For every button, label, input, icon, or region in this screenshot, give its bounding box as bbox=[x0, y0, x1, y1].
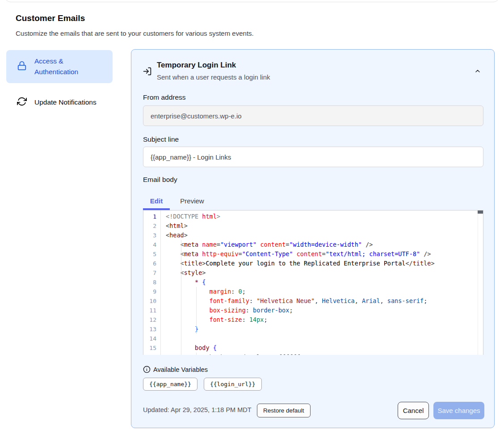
line-number: 15 bbox=[143, 343, 156, 353]
code-line: <!DOCTYPE html> bbox=[166, 212, 483, 221]
line-number: 10 bbox=[143, 296, 156, 306]
email-template-panel: Temporary Login Link Sent when a user re… bbox=[131, 49, 495, 428]
from-address-input[interactable] bbox=[143, 105, 483, 126]
sidebar-item-label: Access & Authentication bbox=[34, 56, 106, 77]
line-number: 1 bbox=[143, 212, 156, 221]
updated-timestamp: Updated: Apr 29, 2025, 1:18 PM MDT bbox=[143, 406, 252, 413]
sidebar-item-label: Update Notifications bbox=[34, 98, 97, 106]
code-line: background-color: #ffffff; bbox=[166, 353, 483, 355]
code-line: body { bbox=[166, 343, 483, 353]
sidebar-item-access-authentication[interactable]: Access & Authentication bbox=[6, 50, 113, 83]
editor-scrollbar[interactable] bbox=[478, 211, 483, 355]
line-number: 6 bbox=[143, 259, 156, 268]
line-number: 5 bbox=[143, 249, 156, 259]
line-number: 9 bbox=[143, 287, 156, 296]
from-address-label: From address bbox=[143, 93, 186, 101]
sidebar-item-update-notifications[interactable]: Update Notifications bbox=[6, 92, 113, 113]
variable-chip-login-url[interactable]: {{login_url}} bbox=[204, 378, 262, 391]
indent-guide bbox=[196, 287, 197, 334]
info-icon bbox=[143, 366, 151, 375]
code-lines: <!DOCTYPE html><html><head> <meta name="… bbox=[166, 212, 483, 355]
clipped-top-card bbox=[4, 0, 500, 2]
code-line: <meta http-equiv="Content-Type" content=… bbox=[166, 249, 483, 259]
code-line: <meta name="viewport" content="width=dev… bbox=[166, 240, 483, 249]
code-line: font-family: "Helvetica Neue", Helvetica… bbox=[166, 296, 483, 306]
page-title: Customer Emails bbox=[16, 13, 85, 23]
restore-default-button[interactable]: Restore default bbox=[257, 404, 311, 417]
code-line: <title>Complete your login to the Replic… bbox=[166, 259, 483, 268]
code-line: * { bbox=[166, 278, 483, 287]
line-number: 13 bbox=[143, 324, 156, 334]
chevron-up-icon bbox=[474, 67, 481, 76]
code-line bbox=[166, 334, 483, 343]
indent-guide bbox=[160, 211, 161, 355]
code-line: box-sizing: border-box; bbox=[166, 306, 483, 315]
panel-subtitle: Sent when a user requests a login link bbox=[157, 73, 270, 81]
save-changes-button[interactable]: Save changes bbox=[433, 402, 484, 419]
login-icon bbox=[143, 67, 152, 78]
line-number: 3 bbox=[143, 231, 156, 240]
line-number: 2 bbox=[143, 221, 156, 231]
line-number: 7 bbox=[143, 268, 156, 278]
editor-scrollbar-thumb[interactable] bbox=[478, 211, 483, 214]
available-variables-label: Available Variables bbox=[153, 366, 208, 373]
code-line: <head> bbox=[166, 231, 483, 240]
code-line: <html> bbox=[166, 221, 483, 231]
page-subtitle: Customize the emails that are sent to yo… bbox=[16, 29, 254, 37]
panel-title: Temporary Login Link bbox=[157, 61, 236, 70]
subject-line-label: Subject line bbox=[143, 135, 179, 143]
indent-guide bbox=[181, 240, 181, 355]
cancel-button[interactable]: Cancel bbox=[398, 402, 429, 419]
email-body-label: Email body bbox=[143, 176, 177, 184]
lock-icon bbox=[17, 61, 27, 72]
tab-edit[interactable]: Edit bbox=[143, 194, 170, 208]
line-numbers: 12345678910111213141516 bbox=[143, 212, 166, 355]
tab-preview[interactable]: Preview bbox=[170, 194, 214, 208]
line-number: 4 bbox=[143, 240, 156, 249]
indent-guide bbox=[196, 353, 197, 355]
code-line: } bbox=[166, 324, 483, 334]
subject-line-input[interactable] bbox=[143, 147, 483, 167]
collapse-panel-button[interactable] bbox=[472, 66, 483, 77]
line-number: 11 bbox=[143, 306, 156, 315]
line-number: 12 bbox=[143, 315, 156, 324]
code-line: font-size: 14px; bbox=[166, 315, 483, 324]
code-line: <style> bbox=[166, 268, 483, 278]
refresh-icon bbox=[17, 97, 27, 108]
code-line: margin: 0; bbox=[166, 287, 483, 296]
variable-chip-app-name[interactable]: {{app_name}} bbox=[143, 378, 197, 391]
line-number: 16 bbox=[143, 353, 156, 355]
line-number: 14 bbox=[143, 334, 156, 343]
line-number: 8 bbox=[143, 278, 156, 287]
code-editor[interactable]: 12345678910111213141516 <!DOCTYPE html><… bbox=[143, 210, 483, 355]
